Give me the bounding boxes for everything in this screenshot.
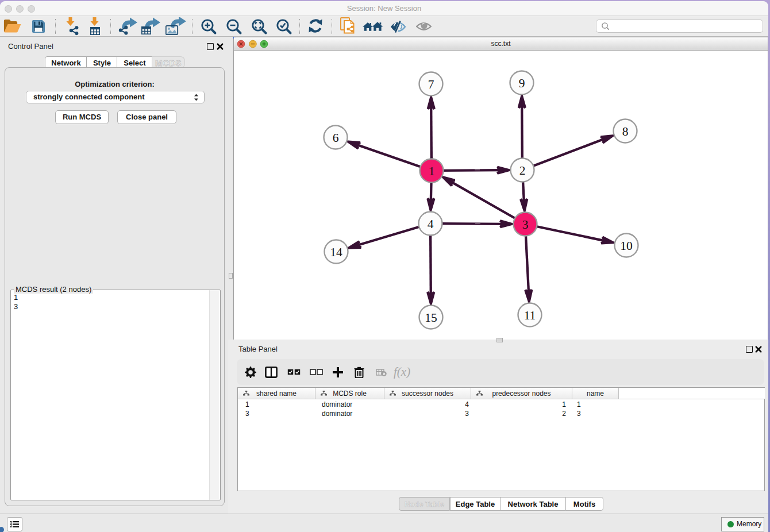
svg-text:7: 7 — [428, 78, 434, 91]
svg-text:2: 2 — [519, 164, 526, 178]
svg-text:3: 3 — [522, 218, 529, 232]
svg-text:6: 6 — [333, 131, 339, 145]
svg-text:10: 10 — [620, 239, 633, 253]
svg-text:1: 1 — [429, 164, 435, 178]
svg-text:8: 8 — [622, 125, 629, 138]
svg-text:9: 9 — [519, 76, 525, 90]
svg-text:15: 15 — [425, 311, 437, 325]
svg-text:11: 11 — [524, 309, 536, 322]
svg-text:4: 4 — [428, 217, 434, 231]
svg-text:14: 14 — [330, 245, 342, 259]
